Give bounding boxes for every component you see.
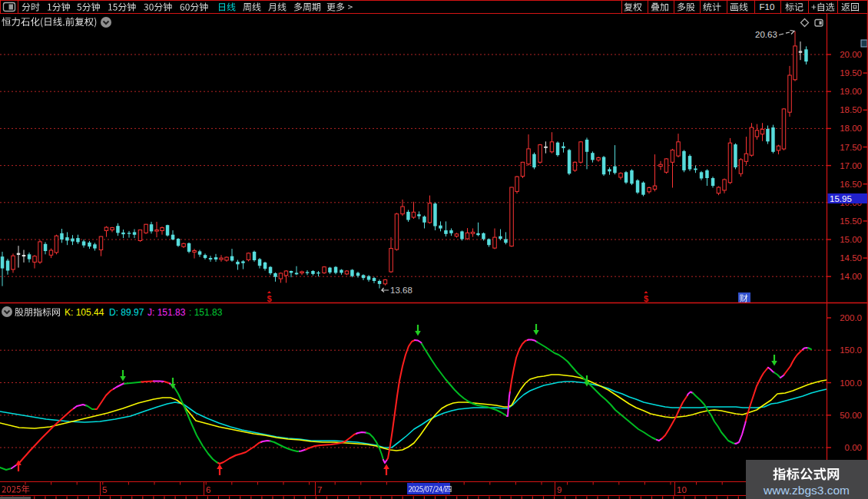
- svg-text:20.00: 20.00: [840, 50, 862, 59]
- svg-text:16.50: 16.50: [840, 180, 862, 189]
- svg-text:$: $: [644, 294, 648, 303]
- svg-text:17.00: 17.00: [840, 161, 862, 170]
- svg-text:14.00: 14.00: [840, 272, 862, 281]
- svg-text:F10: F10: [760, 2, 775, 12]
- svg-text:13.68: 13.68: [390, 286, 412, 295]
- svg-text:15.00: 15.00: [840, 235, 862, 244]
- svg-text:5: 5: [102, 485, 107, 494]
- svg-text:200.0: 200.0: [840, 313, 862, 322]
- svg-text:J: 151.83: J: 151.83: [147, 307, 186, 318]
- svg-text:6: 6: [206, 485, 210, 494]
- svg-text:14.50: 14.50: [840, 253, 862, 263]
- svg-text:19.00: 19.00: [840, 87, 862, 96]
- svg-text:0.00: 0.00: [845, 443, 862, 452]
- svg-text:D: 89.97: D: 89.97: [109, 307, 144, 318]
- svg-text:50.00: 50.00: [840, 411, 862, 420]
- svg-text:15.95: 15.95: [830, 194, 852, 203]
- svg-text:$: $: [267, 294, 271, 303]
- svg-text:10: 10: [677, 485, 687, 494]
- svg-text:15.50: 15.50: [840, 216, 862, 226]
- svg-text:7: 7: [317, 485, 322, 494]
- svg-text:: 151.83: : 151.83: [189, 307, 223, 318]
- svg-text:19.50: 19.50: [840, 68, 862, 78]
- svg-text:20.63: 20.63: [755, 30, 777, 39]
- svg-text:100.0: 100.0: [840, 378, 862, 388]
- svg-text:www.zbgs3.com: www.zbgs3.com: [763, 484, 850, 497]
- svg-text:K: 105.44: K: 105.44: [65, 307, 104, 318]
- svg-text:9: 9: [557, 485, 562, 494]
- svg-text:150.0: 150.0: [840, 345, 862, 355]
- svg-text:17.50: 17.50: [840, 143, 862, 152]
- svg-text:18.00: 18.00: [840, 124, 862, 133]
- svg-text:18.50: 18.50: [840, 105, 862, 114]
